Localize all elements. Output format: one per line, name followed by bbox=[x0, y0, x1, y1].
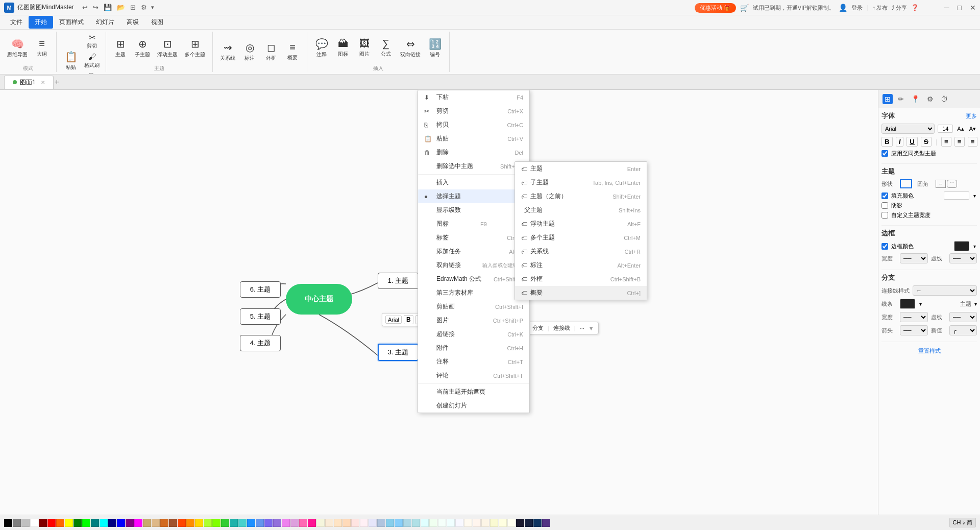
ctx-edraw-formula[interactable]: EdrawMath 公式 Ctrl+Shift+L bbox=[418, 272, 529, 286]
fill-color-dropdown[interactable]: ▾ bbox=[972, 193, 977, 199]
color-cell[interactable] bbox=[100, 519, 108, 527]
font-name-select[interactable]: Arial bbox=[881, 124, 935, 134]
color-cell[interactable] bbox=[82, 519, 90, 527]
node-4[interactable]: 4. 主题 bbox=[240, 335, 281, 351]
color-cell[interactable] bbox=[481, 519, 489, 527]
color-cell[interactable] bbox=[533, 519, 542, 527]
node-6[interactable]: 6. 主题 bbox=[240, 281, 281, 298]
sub-relation[interactable]: 🏷 关系线 Ctrl+R bbox=[515, 245, 647, 258]
color-cell[interactable] bbox=[386, 519, 394, 527]
ctx-image[interactable]: 图片 Ctrl+Shift+P bbox=[418, 314, 529, 327]
panel-icon-edit[interactable]: ✏ bbox=[896, 94, 906, 104]
color-cell[interactable] bbox=[4, 519, 12, 527]
undo-button[interactable]: ↩ bbox=[80, 3, 90, 12]
save-file-button[interactable]: 💾 bbox=[102, 3, 114, 12]
color-cell[interactable] bbox=[429, 519, 437, 527]
color-cell[interactable] bbox=[473, 519, 481, 527]
connect-action-button[interactable]: 连接线 bbox=[553, 324, 570, 332]
font-more-button[interactable]: 更多 bbox=[966, 112, 977, 120]
border-color-swatch[interactable] bbox=[954, 241, 969, 251]
color-cell[interactable] bbox=[438, 519, 446, 527]
font-size-down-button[interactable]: A▾ bbox=[968, 125, 977, 133]
dropdown-button[interactable]: ▾ bbox=[150, 3, 155, 12]
sub-subtopic[interactable]: 🏷 子主题 Tab, Ins, Ctrl+Enter bbox=[515, 176, 647, 189]
color-cell[interactable] bbox=[542, 519, 550, 527]
tab-close-icon[interactable]: ✕ bbox=[41, 80, 45, 85]
menu-item-slideshow[interactable]: 幻灯片 bbox=[90, 16, 120, 29]
ctx-start-hide[interactable]: 当前主题开始遮页 bbox=[418, 385, 529, 399]
cut-button[interactable]: ✂ 剪切 bbox=[82, 32, 102, 51]
annotation-button[interactable]: 💬 注释 bbox=[311, 36, 332, 60]
sub-mark[interactable]: 🏷 标注 Alt+Enter bbox=[515, 258, 647, 272]
color-cell[interactable] bbox=[134, 519, 142, 527]
subtopic-button[interactable]: ⊕ 子主题 bbox=[132, 36, 153, 60]
panel-icon-pin[interactable]: 📍 bbox=[909, 94, 922, 104]
color-cell[interactable] bbox=[74, 519, 82, 527]
color-cell[interactable] bbox=[412, 519, 420, 527]
ctx-comment[interactable]: 评论 Ctrl+Shift+T bbox=[418, 369, 529, 382]
color-cell[interactable] bbox=[30, 519, 38, 527]
center-node[interactable]: 中心主题 bbox=[286, 284, 352, 315]
color-cell[interactable] bbox=[256, 519, 264, 527]
sub-multi[interactable]: 🏷 多个主题 Ctrl+M bbox=[515, 231, 647, 245]
strike-panel-button[interactable]: S bbox=[921, 137, 932, 147]
border-color-dropdown[interactable]: ▾ bbox=[972, 244, 977, 249]
custom-width-checkbox[interactable] bbox=[881, 212, 888, 219]
font-size-up-button[interactable]: A▴ bbox=[956, 125, 965, 133]
color-cell[interactable] bbox=[212, 519, 220, 527]
ctx-attachment[interactable]: 附件 Ctrl+H bbox=[418, 341, 529, 355]
sub-float[interactable]: 🏷 浮动主题 Alt+F bbox=[515, 217, 647, 231]
ctx-hyperlink[interactable]: 超链接 Ctrl+K bbox=[418, 327, 529, 341]
help-button[interactable]: ❓ bbox=[911, 4, 919, 11]
color-cell[interactable] bbox=[447, 519, 455, 527]
frame-button[interactable]: ◻ 外框 bbox=[261, 39, 281, 64]
color-cell[interactable] bbox=[282, 519, 290, 527]
ctx-annotation[interactable]: 注释 Ctrl+T bbox=[418, 355, 529, 369]
ctx-paste[interactable]: 📋 粘贴 Ctrl+V bbox=[418, 132, 529, 146]
line-style-select[interactable]: ← bbox=[913, 285, 977, 296]
color-cell[interactable] bbox=[108, 519, 116, 527]
more-tools-button[interactable]: ⊞ bbox=[128, 3, 138, 12]
color-cell[interactable] bbox=[230, 519, 238, 527]
color-cell[interactable] bbox=[186, 519, 194, 527]
border-style-select[interactable]: ── bbox=[949, 253, 977, 263]
bold-panel-button[interactable]: B bbox=[881, 137, 893, 147]
color-cell[interactable] bbox=[143, 519, 151, 527]
color-cell[interactable] bbox=[152, 519, 160, 527]
fill-color-button[interactable] bbox=[944, 191, 969, 200]
arrow-style-select[interactable]: ╭ bbox=[949, 325, 977, 335]
panel-icon-settings[interactable]: ⚙ bbox=[925, 94, 936, 104]
ctx-paste-down[interactable]: ⬇ 下粘 F4 bbox=[418, 90, 529, 104]
summary-button[interactable]: ≡ 概要 bbox=[282, 39, 303, 63]
menu-item-start[interactable]: 开始 bbox=[29, 16, 53, 29]
ctx-copy[interactable]: ⎘ 拷贝 Ctrl+C bbox=[418, 118, 529, 132]
ctx-add-task[interactable]: 添加任务 Alt+G bbox=[418, 245, 529, 258]
color-cell[interactable] bbox=[290, 519, 299, 527]
paste-button[interactable]: 📋 粘贴 bbox=[61, 49, 81, 73]
maximize-button[interactable]: □ bbox=[953, 3, 966, 13]
ctx-third-party[interactable]: 第三方素材库 ▶ bbox=[418, 286, 529, 300]
color-cell[interactable] bbox=[160, 519, 168, 527]
color-cell[interactable] bbox=[221, 519, 229, 527]
arrow-select[interactable]: ── bbox=[900, 325, 928, 335]
corner-round[interactable]: ⌒ bbox=[947, 180, 957, 188]
color-cell[interactable] bbox=[507, 519, 516, 527]
font-name-display[interactable]: Arial bbox=[385, 316, 402, 324]
sub-frame[interactable]: 🏷 外框 Ctrl+Shift+B bbox=[515, 272, 647, 286]
color-cell[interactable] bbox=[39, 519, 47, 527]
branch-width-select[interactable]: ── bbox=[900, 312, 928, 322]
share-button[interactable]: ⤴ 分享 bbox=[892, 4, 907, 12]
node-3[interactable]: 3. 主题 bbox=[378, 344, 419, 361]
ctx-create-slide[interactable]: 创建幻灯片 bbox=[418, 399, 529, 413]
color-cell[interactable] bbox=[13, 519, 21, 527]
open-file-button[interactable]: 📂 bbox=[115, 3, 127, 12]
ctx-select-topic[interactable]: ● 选择主题 ▶ bbox=[418, 189, 529, 203]
apply-same-type-checkbox[interactable] bbox=[881, 150, 888, 157]
align-left-button[interactable]: ≡ bbox=[941, 137, 951, 147]
color-cell[interactable] bbox=[342, 519, 351, 527]
mindmap-mode-button[interactable]: 🧠 思维导图 bbox=[4, 36, 31, 60]
canvas[interactable]: 中心主题 1. 主题 3. 主题 4. 主题 5. 主题 6. 主题 ● 3.2… bbox=[0, 90, 878, 515]
formula-button[interactable]: ∑ 公式 bbox=[376, 36, 396, 60]
shape-rectangle[interactable] bbox=[900, 179, 912, 188]
panel-icon-theme[interactable]: ⊞ bbox=[883, 94, 893, 104]
